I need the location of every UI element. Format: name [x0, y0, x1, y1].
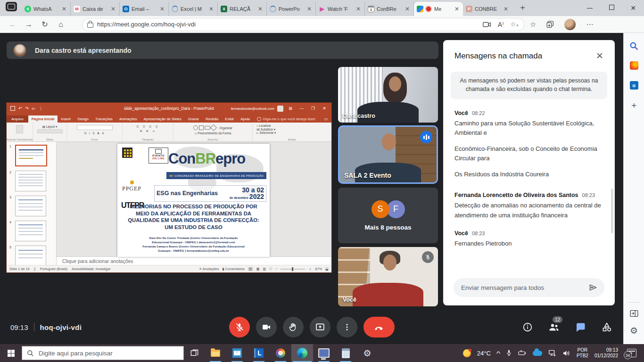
- ppt-view-reading-icon[interactable]: ▥: [263, 267, 266, 271]
- tile-voce[interactable]: Você: [338, 247, 438, 306]
- ppt-group-editing[interactable]: ⌕ Localizar ab Substituir ▾ ▻ Selecionar…: [253, 123, 331, 141]
- ppt-group-slides[interactable]: ▤ Layout ▾ Slides: [33, 123, 67, 141]
- ppt-view-normal-icon[interactable]: ▤: [248, 267, 253, 271]
- clock[interactable]: 09:1301/12/2022: [594, 347, 618, 359]
- ppt-layout-button[interactable]: ▤ Layout ▾: [42, 125, 58, 128]
- tab-close-icon[interactable]: ✕: [503, 6, 509, 12]
- ppt-tab-ajuda[interactable]: Ajuda: [237, 115, 253, 123]
- meeting-details-button[interactable]: [521, 321, 534, 333]
- tab-close-icon[interactable]: ✕: [306, 6, 313, 12]
- ppt-thumbnail-3[interactable]: 3: [9, 196, 56, 216]
- ppt-anotacoes-button[interactable]: ≐ Anotações: [199, 267, 219, 271]
- ppt-comentarios-button[interactable]: ▮ Comentários: [222, 267, 244, 271]
- ppt-thumbnail-panel[interactable]: 1 2 3 4 5: [7, 142, 57, 265]
- tab-excel-file[interactable]: X RELAÇÃ ✕: [218, 2, 267, 16]
- ppt-view-sorter-icon[interactable]: ▦: [256, 267, 260, 271]
- taskbar-mail[interactable]: [226, 344, 248, 362]
- mic-toggle-button[interactable]: [229, 317, 250, 337]
- ppt-zoom-out-icon[interactable]: −: [275, 267, 277, 271]
- sidebar-panel-icon[interactable]: [628, 307, 640, 320]
- tab-watch[interactable]: ▶ Watch 'F ✕: [316, 2, 365, 16]
- present-screen-button[interactable]: [310, 317, 330, 337]
- ppt-restore-icon[interactable]: ❐: [309, 106, 317, 111]
- tab-whatsapp[interactable]: 6 WhatsA ✕: [22, 2, 71, 16]
- ppt-notes-bar[interactable]: Clique para adicionar anotações: [57, 256, 331, 265]
- ppt-notes-status-icon[interactable]: ▯: [34, 267, 36, 271]
- tab-conbrepro-site[interactable]: 1 ConBRe ✕: [365, 2, 414, 16]
- ppt-tab-revisao[interactable]: Revisão: [202, 115, 222, 123]
- onedrive-icon[interactable]: [533, 351, 542, 356]
- taskbar-edge[interactable]: [291, 344, 313, 362]
- tile-sala-2-evento[interactable]: SALA 2 Evento: [338, 125, 438, 184]
- read-aloud-icon[interactable]: A⁾: [498, 21, 504, 28]
- participants-button[interactable]: 12: [548, 321, 560, 333]
- ppt-comments-icon[interactable]: ▭: [321, 115, 331, 123]
- workspaces-icon[interactable]: [6, 2, 17, 11]
- tab-close-icon[interactable]: ✕: [257, 6, 264, 12]
- add-favorite-icon[interactable]: ☆₊: [510, 21, 519, 28]
- ppt-substituir-button[interactable]: ab Substituir ▾: [256, 128, 275, 131]
- ppt-shape-fill-label[interactable]: ◇ Preenchimento da Forma: [195, 132, 231, 135]
- tab-close-icon[interactable]: ✕: [61, 6, 67, 12]
- send-icon[interactable]: [588, 283, 598, 292]
- ppt-tab-pagina-inicial[interactable]: Página Inicial: [28, 115, 58, 123]
- minimize-button[interactable]: —: [579, 0, 601, 16]
- task-view-button[interactable]: [184, 344, 205, 362]
- ppt-slideshow-icon[interactable]: ⛉: [269, 267, 272, 271]
- ppt-group-clipboard[interactable]: Área de Transferência: [7, 123, 33, 141]
- tab-powerpoint-sleeping[interactable]: P CONBRE ✕: [463, 2, 512, 16]
- notification-center-icon[interactable]: 34: [627, 349, 636, 357]
- ppt-group-paragraph[interactable]: ☰ ☰ ☰ ☰ ≣ ≣ ⇥ Parágrafo: [123, 123, 173, 141]
- ppt-tab-apresentacao[interactable]: Apresentação de Slides: [140, 115, 184, 123]
- tile-dara-castro[interactable]: Dara castro: [338, 67, 438, 123]
- ppt-thumbnail-4[interactable]: 4: [9, 221, 56, 241]
- tab-excel-online[interactable]: Excel | M ✕: [169, 2, 218, 16]
- sidebar-office-icon[interactable]: [628, 59, 640, 72]
- start-button[interactable]: [0, 344, 22, 362]
- taskbar-search-input[interactable]: [38, 349, 179, 357]
- tab-close-icon[interactable]: ✕: [454, 6, 460, 12]
- ppt-tab-inserir[interactable]: Inserir: [58, 115, 74, 123]
- settings-menu-icon[interactable]: ⋯: [586, 20, 593, 29]
- profile-avatar[interactable]: [564, 19, 576, 30]
- chat-close-icon[interactable]: ✕: [596, 50, 603, 61]
- new-tab-button[interactable]: ＋: [512, 2, 533, 15]
- ppt-tab-design[interactable]: Design: [74, 115, 92, 123]
- ppt-thumbnail-5[interactable]: 5: [9, 246, 56, 265]
- ppt-language[interactable]: Português (Brasil): [40, 267, 67, 271]
- more-options-button[interactable]: [337, 317, 357, 337]
- ppt-tellme-box[interactable]: Diga-me o que você deseja fazer: [257, 117, 315, 123]
- tab-close-icon[interactable]: ✕: [110, 6, 116, 12]
- tab-outlook[interactable]: O Email – ✕: [120, 2, 169, 16]
- tab-gmail[interactable]: M Caixa de ✕: [71, 2, 120, 16]
- ppt-thumbnail-2[interactable]: 2: [9, 171, 56, 191]
- tab-close-icon[interactable]: ✕: [404, 6, 411, 12]
- network-icon[interactable]: [548, 350, 556, 357]
- ppt-slide-canvas[interactable]: EVENTO ON-LINE PPGEP UTFPR ConBRepro XI: [57, 142, 331, 256]
- language-indicator[interactable]: PORPTB2: [577, 347, 588, 359]
- ppt-close-icon[interactable]: ✕: [320, 106, 329, 111]
- url-text[interactable]: https://meet.google.com/hoq-ojvi-vdi: [97, 21, 483, 28]
- ppt-tab-transicoes[interactable]: Transições: [92, 115, 116, 123]
- address-bar[interactable]: https://meet.google.com/hoq-ojvi-vdi A⁾ …: [82, 18, 524, 31]
- ppt-group-font[interactable]: N I S 𝐀 A Fonte: [67, 123, 123, 141]
- maximize-button[interactable]: [601, 0, 622, 16]
- tile-mais-pessoas[interactable]: S F Mais 8 pessoas: [338, 188, 438, 243]
- taskbar-file-explorer[interactable]: [205, 344, 226, 362]
- sidebar-outlook-icon[interactable]: o: [628, 79, 640, 91]
- ppt-account[interactable]: fernandonote@outlook.com ⊞ — ❐ ✕: [231, 106, 331, 112]
- camera-in-use-icon[interactable]: [483, 21, 491, 28]
- ppt-tab-exibir[interactable]: Exibir: [222, 115, 237, 123]
- taskbar-paint[interactable]: [270, 344, 291, 362]
- ppt-thumbnail-1[interactable]: 1: [9, 145, 56, 166]
- close-button[interactable]: ✕: [622, 0, 644, 16]
- hidden-icons-chevron[interactable]: ^: [496, 350, 501, 357]
- ppt-zoom-level[interactable]: 67%: [315, 267, 322, 271]
- chat-scrollbar[interactable]: [611, 189, 613, 233]
- taskbar-search-box[interactable]: [22, 346, 184, 360]
- camera-toggle-button[interactable]: [256, 317, 277, 337]
- tab-powerpoint-online[interactable]: PowerPo ✕: [267, 2, 316, 16]
- ppt-tab-animacoes[interactable]: Animações: [116, 115, 140, 123]
- ppt-zoom-slider[interactable]: [281, 269, 305, 270]
- ppt-localizar-button[interactable]: ⌕ Localizar: [256, 124, 271, 128]
